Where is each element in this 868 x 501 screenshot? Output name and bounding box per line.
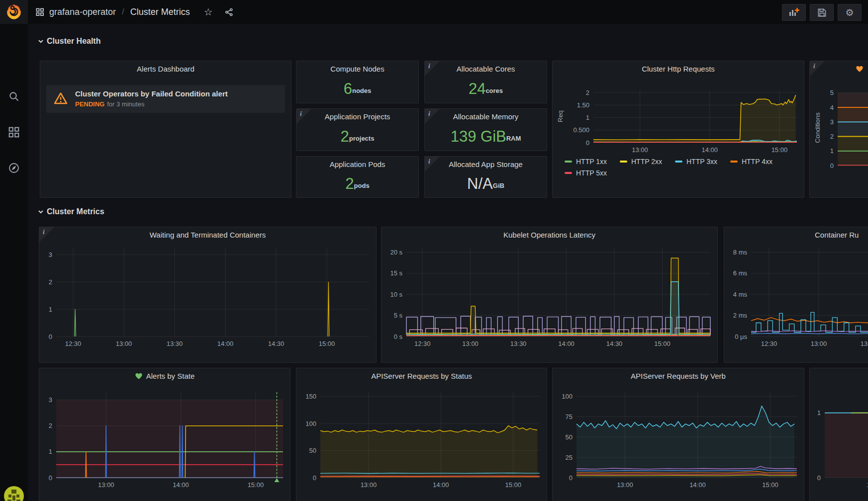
svg-text:20 s: 20 s — [390, 249, 402, 256]
svg-text:0: 0 — [313, 474, 316, 482]
svg-text:1: 1 — [817, 409, 821, 417]
stat-value: 2pods — [296, 169, 418, 197]
stat-unit: nodes — [352, 87, 371, 94]
apiserver-status-chart[interactable]: 15010050013:0014:0015:00 — [300, 383, 543, 501]
svg-text:13:30: 13:30 — [167, 340, 183, 347]
panel-title[interactable]: APIServer Requests by Status — [296, 368, 547, 383]
svg-text:0: 0 — [817, 474, 821, 482]
svg-text:5 s: 5 s — [394, 312, 403, 319]
save-dashboard-button[interactable] — [810, 4, 834, 21]
svg-text:0: 0 — [830, 162, 834, 169]
container-runtime-chart[interactable]: 8 ms6 ms4 ms2 ms0 µs12:3013:0013:30 — [728, 243, 868, 359]
settings-gear-button[interactable]: ⚙ — [838, 4, 862, 21]
svg-text:15:00: 15:00 — [505, 481, 521, 489]
heart-icon — [856, 65, 864, 73]
svg-text:0 s: 0 s — [394, 333, 403, 340]
svg-text:14:00: 14:00 — [217, 340, 234, 347]
svg-text:4 ms: 4 ms — [733, 291, 748, 298]
svg-text:50: 50 — [309, 447, 316, 454]
kubelet-latency-chart[interactable]: 20 s15 s10 s5 s0 s12:3013:0013:3014:0014… — [386, 243, 713, 359]
grafana-logo[interactable] — [0, 0, 28, 24]
svg-text:12:30: 12:30 — [414, 340, 431, 347]
dashboards-icon[interactable] — [0, 120, 28, 144]
panel-title-text: Alerts by State — [146, 372, 195, 380]
svg-text:2: 2 — [830, 133, 834, 140]
breadcrumb-page-title[interactable]: Cluster Metrics — [130, 7, 190, 17]
svg-text:14:00: 14:00 — [701, 146, 718, 154]
svg-text:2: 2 — [49, 278, 52, 286]
share-icon[interactable] — [225, 8, 233, 16]
svg-text:13:30: 13:30 — [861, 340, 868, 347]
panel-kubelet-operations-latency: Kubelet Operations Latency 20 s15 s10 s5… — [381, 227, 718, 363]
svg-text:2 ms: 2 ms — [733, 312, 748, 319]
search-icon[interactable] — [0, 84, 28, 108]
svg-text:5: 5 — [830, 89, 834, 96]
svg-text:1: 1 — [830, 147, 834, 155]
svg-text:15:00: 15:00 — [762, 481, 778, 489]
svg-text:10 s: 10 s — [390, 291, 402, 298]
svg-text:14:30: 14:30 — [268, 340, 285, 347]
add-panel-button[interactable] — [782, 4, 806, 21]
legend-item[interactable]: HTTP 3xx — [675, 158, 717, 166]
section-cluster-health[interactable]: Cluster Health — [38, 37, 100, 46]
bottom-right-partial-chart[interactable]: 1013:00 — [814, 383, 868, 501]
star-icon[interactable]: ☆ — [204, 6, 213, 18]
legend-series-dash — [565, 161, 572, 163]
svg-text:100: 100 — [562, 393, 573, 400]
svg-text:Req: Req — [557, 110, 564, 122]
panel-title[interactable]: Waiting and Terminated Containers — [39, 227, 376, 242]
svg-text:14:00: 14:00 — [558, 340, 575, 347]
apiserver-verb-chart[interactable]: 100755025013:0014:0015:00 — [557, 383, 800, 501]
stat-value: N/AGiB — [425, 169, 547, 197]
legend-item[interactable]: HTTP 1xx — [565, 158, 607, 166]
section-cluster-metrics[interactable]: Cluster Metrics — [38, 207, 104, 216]
panel-title[interactable]: Alerts Dashboard — [40, 61, 291, 76]
legend-item[interactable]: HTTP 4xx — [730, 158, 772, 166]
svg-text:150: 150 — [305, 393, 316, 400]
svg-text:3: 3 — [830, 118, 834, 126]
top-nav: grafana-operator / Cluster Metrics ☆ — [0, 0, 868, 24]
svg-text:13:00: 13:00 — [98, 481, 114, 489]
svg-text:15:00: 15:00 — [654, 340, 671, 347]
alert-state-badge: PENDING — [75, 100, 104, 108]
operator-conditions-chart[interactable]: 543210Conditions — [814, 79, 868, 178]
panel-title[interactable]: APIServer Requests by Verb — [553, 368, 804, 383]
panel-title[interactable] — [810, 61, 868, 76]
svg-text:13:00: 13:00 — [462, 340, 479, 347]
heart-icon — [135, 372, 143, 380]
panel-bottom-right-partial: 1013:00 — [809, 368, 868, 501]
alerts-by-state-chart[interactable]: 321013:0014:0015:00 — [43, 383, 286, 501]
svg-text:15 s: 15 s — [390, 269, 402, 277]
svg-text:14:00: 14:00 — [433, 481, 449, 489]
svg-text:2: 2 — [586, 89, 589, 96]
svg-text:3: 3 — [49, 396, 52, 404]
panel-cluster-http-requests: Cluster Http Requests 00.50011.50213:001… — [552, 61, 804, 198]
stat-unit: projects — [349, 135, 375, 142]
waiting-terminated-chart[interactable]: 321012:3013:0013:3014:0014:3015:00 — [43, 243, 372, 359]
svg-text:14:30: 14:30 — [606, 340, 623, 347]
breadcrumb-separator: / — [121, 7, 125, 17]
breadcrumb-dashboard[interactable]: grafana-operator — [49, 7, 116, 17]
panel-allocatable-memory: i Allocatable Memory 139 GiBRAM — [424, 108, 547, 151]
panel-title[interactable]: Alerts by State — [39, 368, 290, 383]
legend-item[interactable]: HTTP 2xx — [620, 158, 662, 166]
svg-text:0: 0 — [49, 474, 52, 482]
explore-compass-icon[interactable] — [0, 156, 28, 180]
panel-title[interactable]: Container Ru — [724, 227, 868, 242]
breadcrumb: grafana-operator / Cluster Metrics ☆ — [36, 0, 233, 24]
http-requests-chart[interactable]: 00.50011.50213:0014:0015:00Req — [557, 75, 800, 157]
alert-list-item[interactable]: Cluster Operators by Failed Condition al… — [46, 85, 285, 113]
panel-compute-nodes: Compute Nodes 6nodes — [296, 61, 419, 103]
svg-text:Conditions: Conditions — [814, 112, 821, 143]
stat-number: 6 — [344, 81, 352, 96]
panel-title[interactable]: Cluster Http Requests — [553, 61, 804, 76]
user-avatar[interactable] — [3, 486, 24, 501]
svg-text:13:00: 13:00 — [617, 481, 633, 489]
svg-text:3: 3 — [49, 251, 52, 258]
svg-text:13:00: 13:00 — [116, 340, 132, 347]
legend-item[interactable]: HTTP 5xx — [565, 169, 607, 177]
stat-unit: GiB — [493, 182, 504, 189]
panel-allocatable-cores: i Allocatable Cores 24cores — [424, 61, 547, 103]
svg-text:13:00: 13:00 — [811, 340, 827, 347]
panel-title[interactable]: Kubelet Operations Latency — [382, 227, 717, 242]
